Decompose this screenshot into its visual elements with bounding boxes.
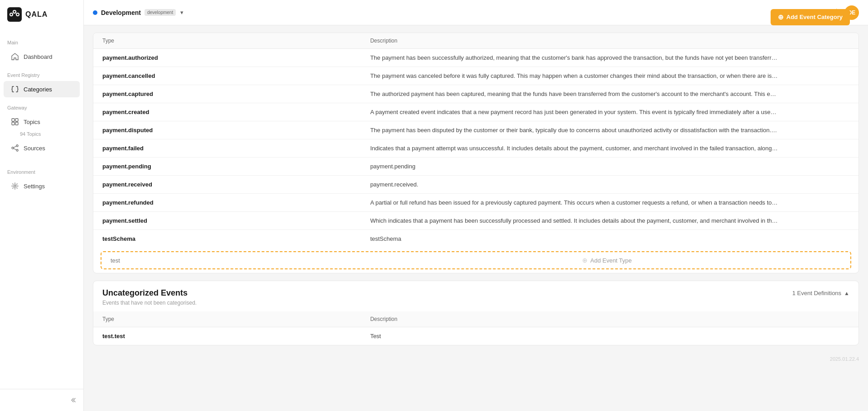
svg-point-12 (16, 149, 18, 151)
version-text: 2025.01.22.4 (84, 354, 868, 365)
topbar: Development development ▾ 🌙 DE ⊕ Add Eve… (84, 0, 868, 25)
payment-type-cell: payment.created (93, 103, 361, 121)
payment-type-cell: payment.settled (93, 212, 361, 230)
sources-label: Sources (24, 145, 45, 152)
payment-table-row: payment.disputed The payment has been di… (93, 121, 858, 139)
add-event-type-label: Add Event Type (590, 257, 632, 264)
uncat-col-type: Type (93, 311, 361, 327)
sidebar-item-categories[interactable]: Categories (4, 81, 80, 97)
payment-desc-cell: testSchema (361, 230, 858, 248)
env-dropdown-chevron[interactable]: ▾ (180, 9, 183, 16)
col-type: Type (93, 33, 361, 49)
svg-point-11 (12, 147, 14, 149)
add-type-plus-icon: ⊕ (582, 257, 588, 264)
payment-type-cell: testSchema (93, 230, 361, 248)
sidebar-item-sources[interactable]: Sources (4, 140, 80, 156)
braces-icon (11, 85, 19, 93)
settings-label: Settings (24, 183, 45, 190)
payment-table-row: payment.cancelled The payment was cancel… (93, 67, 858, 85)
svg-line-14 (14, 148, 16, 150)
payment-desc-cell: The authorized payment has been captured… (361, 85, 858, 103)
sidebar-item-settings[interactable]: Settings (4, 178, 80, 194)
sidebar-bottom (0, 389, 83, 411)
payment-table-row: testSchema testSchema (93, 230, 858, 248)
uncategorized-table-row: test.test Test (93, 327, 858, 345)
payment-desc-cell: Indicates that a payment attempt was uns… (361, 139, 858, 158)
svg-rect-0 (7, 7, 22, 22)
add-event-type-button[interactable]: ⊕ Add Event Type (582, 257, 632, 264)
add-event-category-button[interactable]: ⊕ Add Event Category (771, 9, 850, 25)
payment-type-cell: payment.received (93, 176, 361, 194)
payment-type-cell: payment.captured (93, 85, 361, 103)
sidebar-section-environment: Environment Settings (0, 162, 83, 195)
event-defs-count: 1 Event Definitions (792, 290, 841, 296)
payment-desc-cell: The payment was canceled before it was f… (361, 67, 858, 85)
payment-desc-cell: The payment has been successfully author… (361, 49, 858, 67)
add-event-type-btn-cell: ⊕ Add Event Type (364, 252, 850, 268)
payment-events-section: Type Description payment.authorized The … (93, 33, 859, 273)
payment-type-cell: payment.failed (93, 139, 361, 158)
payment-table-row: payment.settled Which indicates that a p… (93, 212, 858, 230)
content-area: Type Description payment.authorized The … (84, 25, 868, 411)
logo: QALA (0, 0, 83, 29)
env-badge: development (145, 9, 176, 16)
payment-table-row: payment.failed Indicates that a payment … (93, 139, 858, 158)
uncategorized-title: Uncategorized Events (102, 288, 188, 298)
svg-rect-6 (12, 119, 14, 121)
add-event-category-label: Add Event Category (786, 14, 843, 20)
env-name: Development (101, 9, 141, 16)
section-label-gateway: Gateway (0, 98, 83, 113)
add-event-type-row[interactable]: ⊕ Add Event Type (101, 251, 851, 269)
share-icon (11, 144, 19, 152)
event-defs-chevron: ▲ (844, 290, 849, 296)
payment-table-row: payment.refunded A partial or full refun… (93, 194, 858, 212)
sidebar-item-dashboard[interactable]: Dashboard (4, 48, 80, 65)
svg-rect-7 (15, 119, 18, 121)
sidebar-item-topics[interactable]: Topics (4, 114, 80, 130)
payment-desc-cell: The payment has been disputed by the cus… (361, 121, 858, 139)
add-event-type-type-cell (101, 253, 364, 268)
payment-type-cell: payment.cancelled (93, 67, 361, 85)
event-definitions-badge[interactable]: 1 Event Definitions ▲ (792, 290, 849, 296)
payment-desc-cell: A payment created event indicates that a… (361, 103, 858, 121)
gear-icon (11, 182, 19, 190)
sidebar-section-gateway: Gateway Topics 94 Topics Sources (0, 98, 83, 157)
section-label-event-registry: Event Registry (0, 65, 83, 81)
home-icon (11, 53, 19, 61)
payment-type-cell: payment.authorized (93, 49, 361, 67)
uncategorized-header: Uncategorized Events 1 Event Definitions… (93, 281, 858, 300)
uncat-col-description: Description (361, 311, 858, 327)
topics-label: Topics (24, 119, 40, 125)
main-content: Development development ▾ 🌙 DE ⊕ Add Eve… (84, 0, 868, 411)
uncat-desc-cell: Test (361, 327, 858, 345)
svg-line-13 (14, 146, 16, 148)
section-label-main: Main (0, 33, 83, 48)
payment-table-row: payment.created A payment created event … (93, 103, 858, 121)
payment-table-row: payment.pending payment.pending (93, 158, 858, 176)
payment-desc-cell: A partial or full refund has been issued… (361, 194, 858, 212)
payment-table-row: payment.authorized The payment has been … (93, 49, 858, 67)
payment-type-cell: payment.pending (93, 158, 361, 176)
sidebar-section-main: Main Dashboard (0, 33, 83, 65)
payment-table-row: payment.received payment.received. (93, 176, 858, 194)
payment-type-cell: payment.disputed (93, 121, 361, 139)
uncategorized-events-section: Uncategorized Events 1 Event Definitions… (93, 281, 859, 345)
payment-type-cell: payment.refunded (93, 194, 361, 212)
sidebar-collapse-button[interactable] (0, 393, 83, 407)
grid-icon (11, 118, 19, 126)
svg-rect-8 (12, 122, 14, 125)
add-event-type-input[interactable] (111, 257, 355, 264)
payment-desc-cell: payment.pending (361, 158, 858, 176)
topics-count: 94 Topics (0, 130, 83, 139)
section-label-environment: Environment (0, 162, 83, 177)
uncategorized-events-table: Type Description test.test Test (93, 311, 858, 345)
payment-desc-cell: payment.received. (361, 176, 858, 194)
dashboard-label: Dashboard (24, 53, 53, 60)
sidebar: QALA Main Dashboard Event Registry Categ… (0, 0, 84, 411)
uncat-type-cell: test.test (93, 327, 361, 345)
categories-label: Categories (24, 86, 52, 93)
svg-point-15 (14, 185, 16, 187)
plus-circle-icon: ⊕ (778, 13, 784, 21)
svg-rect-9 (15, 122, 18, 125)
svg-point-10 (16, 145, 18, 147)
